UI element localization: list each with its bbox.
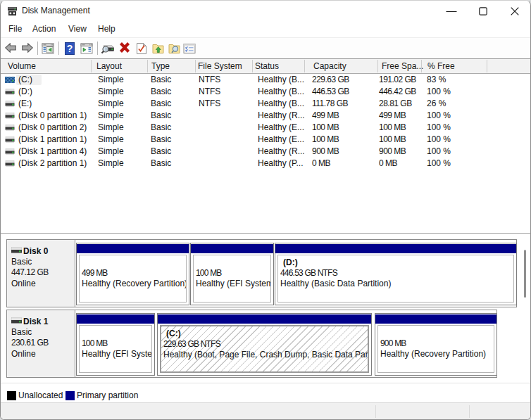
svg-text:?: ? — [67, 43, 73, 54]
